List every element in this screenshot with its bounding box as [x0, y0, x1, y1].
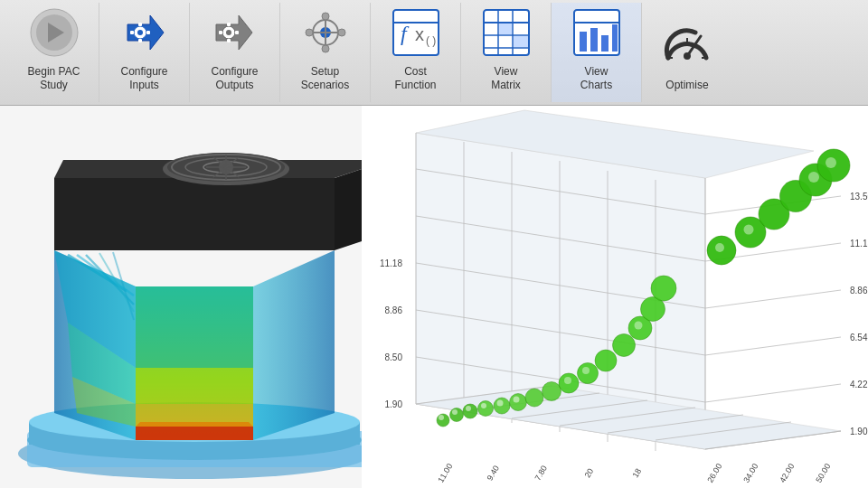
svg-text:1.90: 1.90 [385, 399, 403, 409]
setup-scenarios-icon [298, 5, 353, 60]
configure-inputs-icon [118, 5, 172, 60]
svg-text:11.18: 11.18 [850, 239, 868, 249]
optimise-label: Optimise [665, 79, 708, 93]
svg-point-22 [322, 45, 329, 52]
svg-text:11.18: 11.18 [380, 258, 402, 268]
svg-point-21 [322, 13, 329, 20]
svg-point-143 [613, 334, 636, 357]
optimise-button[interactable]: Optimise [642, 3, 732, 102]
setup-scenarios-label: Setup Scenarios [301, 65, 349, 93]
svg-rect-14 [227, 39, 231, 42]
svg-text:8.86: 8.86 [850, 286, 868, 296]
begin-pac-study-button[interactable]: Begin PAC Study [9, 3, 99, 102]
toolbar: Begin PAC Study Configure Inputs [0, 0, 868, 106]
svg-marker-79 [136, 404, 253, 427]
svg-point-135 [478, 401, 494, 417]
svg-text:x: x [415, 24, 424, 44]
configure-inputs-label: Configure Inputs [120, 65, 167, 93]
svg-marker-59 [54, 178, 335, 250]
chart-area: 1.90 4.22 6.54 8.86 11.18 13.50 1.90 8.5… [362, 106, 868, 488]
svg-point-136 [494, 398, 510, 414]
configure-outputs-button[interactable]: Configure Outputs [190, 3, 280, 102]
svg-text:( ): ( ) [426, 34, 436, 47]
begin-pac-label: Begin PAC Study [28, 65, 80, 93]
configure-outputs-label: Configure Outputs [211, 65, 258, 93]
svg-point-164 [808, 172, 819, 183]
svg-text:6.54: 6.54 [850, 333, 868, 343]
svg-rect-42 [601, 35, 609, 52]
svg-point-163 [744, 225, 754, 235]
svg-marker-78 [136, 368, 253, 404]
svg-point-154 [452, 409, 458, 415]
configure-outputs-icon [208, 5, 262, 60]
view-matrix-label: View Matrix [491, 65, 521, 93]
view-charts-label: View Charts [580, 65, 612, 93]
cost-function-label: Cost Function [394, 65, 436, 93]
svg-point-133 [450, 408, 464, 422]
view-matrix-button[interactable]: View Matrix [461, 3, 552, 102]
svg-text:4.22: 4.22 [850, 380, 868, 389]
svg-point-165 [826, 157, 836, 168]
svg-point-156 [481, 403, 486, 408]
optimise-icon [660, 19, 714, 73]
svg-point-23 [306, 29, 313, 36]
svg-point-134 [463, 404, 477, 418]
configure-inputs-button[interactable]: Configure Inputs [99, 3, 190, 102]
svg-point-137 [510, 394, 527, 411]
begin-pac-icon [27, 5, 81, 60]
svg-point-158 [514, 397, 520, 403]
svg-text:13.50: 13.50 [850, 192, 868, 202]
svg-marker-55 [253, 250, 335, 440]
cost-function-icon: f x ( ) [389, 5, 443, 60]
svg-point-153 [439, 415, 444, 420]
svg-marker-77 [136, 286, 253, 368]
view-charts-icon [570, 5, 624, 60]
svg-point-157 [497, 400, 504, 407]
svg-point-5 [137, 30, 143, 35]
svg-point-160 [582, 367, 590, 374]
svg-point-159 [564, 377, 571, 384]
svg-marker-57 [136, 427, 253, 440]
main-content: 1.90 4.22 6.54 8.86 11.18 13.50 1.90 8.5… [0, 106, 868, 488]
svg-rect-13 [227, 23, 231, 26]
svg-rect-36 [499, 23, 512, 34]
svg-rect-37 [514, 36, 528, 47]
svg-point-162 [715, 243, 724, 252]
svg-rect-43 [612, 24, 618, 52]
svg-rect-7 [138, 39, 142, 42]
svg-text:8.50: 8.50 [385, 352, 403, 362]
svg-rect-8 [130, 31, 134, 34]
view-matrix-icon [479, 5, 533, 60]
svg-point-12 [226, 30, 231, 35]
svg-rect-41 [590, 28, 598, 52]
view-charts-button[interactable]: View Charts [552, 3, 642, 102]
svg-point-155 [466, 406, 471, 411]
svg-point-45 [684, 52, 691, 60]
svg-point-24 [338, 29, 345, 36]
svg-text:8.86: 8.86 [385, 305, 403, 315]
svg-rect-9 [146, 31, 150, 34]
svg-text:1.90: 1.90 [850, 427, 868, 436]
model-area [0, 106, 407, 488]
setup-scenarios-button[interactable]: Setup Scenarios [280, 3, 371, 102]
svg-point-139 [542, 382, 561, 401]
svg-point-142 [595, 350, 617, 371]
svg-point-138 [525, 389, 543, 407]
svg-point-161 [635, 322, 643, 330]
svg-rect-15 [219, 31, 222, 34]
svg-point-146 [651, 276, 676, 301]
svg-rect-16 [235, 31, 239, 34]
svg-rect-6 [138, 23, 142, 26]
svg-rect-40 [580, 32, 587, 52]
cost-function-button[interactable]: f x ( ) Cost Function [371, 3, 461, 102]
